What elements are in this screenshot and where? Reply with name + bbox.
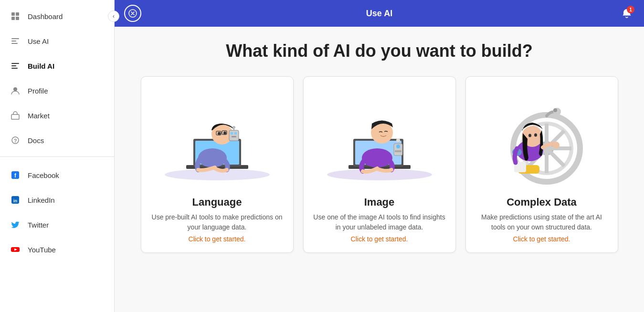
complex-data-card-cta[interactable]: Click to get started. <box>513 235 570 243</box>
image-card-cta[interactable]: Click to get started. <box>351 235 408 243</box>
svg-rect-7 <box>11 63 19 64</box>
twitter-icon <box>10 219 21 230</box>
sidebar-item-market[interactable]: Market <box>0 103 114 128</box>
docs-icon: ? <box>10 135 21 146</box>
svg-rect-11 <box>11 114 19 119</box>
svg-rect-46 <box>395 150 401 152</box>
language-card-cta[interactable]: Click to get started. <box>189 235 246 243</box>
sidebar-label-dashboard: Dashboard <box>28 12 63 21</box>
svg-rect-4 <box>11 38 19 39</box>
sidebar-item-profile[interactable]: Profile <box>0 78 114 103</box>
svg-text:?: ? <box>14 138 17 144</box>
header-left <box>124 5 141 22</box>
sidebar-item-facebook[interactable]: f Facebook <box>0 163 114 187</box>
sidebar: Dashboard Use AI Build AI <box>0 0 115 312</box>
sidebar-item-dashboard[interactable]: Dashboard <box>0 4 114 29</box>
sidebar-label-market: Market <box>28 112 50 120</box>
language-illustration <box>151 86 284 191</box>
facebook-icon: f <box>10 169 21 181</box>
sidebar-item-linkedin[interactable]: in LinkedIn <box>0 187 114 212</box>
svg-rect-3 <box>16 17 19 20</box>
svg-point-57 <box>553 108 557 112</box>
svg-point-48 <box>396 138 400 142</box>
header-title: Use AI <box>366 9 392 19</box>
language-card[interactable]: Language Use pre-built AI tools to make … <box>141 76 294 253</box>
profile-icon <box>10 85 21 96</box>
sidebar-nav: Dashboard Use AI Build AI <box>0 0 114 312</box>
svg-rect-35 <box>232 136 236 137</box>
close-button[interactable] <box>124 5 141 22</box>
svg-rect-9 <box>11 68 18 69</box>
sidebar-label-docs: Docs <box>28 136 44 145</box>
complex-data-card-desc: Make predictions using state of the art … <box>475 212 608 232</box>
svg-rect-1 <box>16 12 19 16</box>
complex-data-card[interactable]: Complex Data Make predictions using stat… <box>465 76 618 253</box>
market-icon <box>10 110 21 121</box>
language-card-desc: Use pre-built AI tools to make predictio… <box>151 212 284 232</box>
svg-rect-5 <box>11 41 16 42</box>
image-illustration <box>313 86 446 191</box>
image-card-desc: Use one of the image AI tools to find in… <box>313 212 446 232</box>
header: Use AI 1 <box>115 0 644 27</box>
chevron-left-icon: ‹ <box>113 13 115 20</box>
svg-text:in: in <box>13 198 17 203</box>
sidebar-item-build-ai[interactable]: Build AI <box>0 53 114 78</box>
sidebar-item-docs[interactable]: ? Docs <box>0 128 114 153</box>
sidebar-label-linkedin: LinkedIn <box>28 196 55 204</box>
content-area: What kind of AI do you want to build? <box>115 27 644 312</box>
social-section: f Facebook in LinkedIn <box>0 161 114 264</box>
sidebar-collapse-button[interactable]: ‹ <box>108 10 119 22</box>
dashboard-icon <box>10 10 21 22</box>
sidebar-label-facebook: Facebook <box>28 171 59 179</box>
sidebar-label-use-ai: Use AI <box>28 37 49 45</box>
svg-point-42 <box>362 148 392 167</box>
svg-rect-0 <box>11 12 15 16</box>
complex-data-illustration <box>475 86 608 191</box>
header-right: 1 <box>619 6 634 21</box>
sidebar-label-build-ai: Build AI <box>28 62 54 70</box>
notification-button[interactable]: 1 <box>619 6 634 21</box>
x-circle-icon <box>128 9 137 18</box>
image-card-title: Image <box>364 196 395 208</box>
svg-rect-32 <box>229 130 239 141</box>
sidebar-item-twitter[interactable]: Twitter <box>0 212 114 237</box>
sidebar-divider <box>0 156 114 157</box>
svg-point-10 <box>13 87 17 91</box>
svg-rect-2 <box>11 17 15 20</box>
page-heading: What kind of AI do you want to build? <box>134 41 625 61</box>
svg-point-64 <box>534 134 537 137</box>
sidebar-label-youtube: YouTube <box>28 246 56 254</box>
image-card[interactable]: Image Use one of the image AI tools to f… <box>303 76 456 253</box>
sidebar-item-use-ai[interactable]: Use AI <box>0 29 114 53</box>
svg-rect-33 <box>231 132 233 135</box>
cards-row: Language Use pre-built AI tools to make … <box>134 76 625 253</box>
svg-point-45 <box>396 145 400 148</box>
sidebar-item-youtube[interactable]: YouTube <box>0 237 114 262</box>
svg-point-63 <box>528 134 531 137</box>
complex-data-card-title: Complex Data <box>507 196 577 208</box>
main-area: Use AI 1 What kind of AI do you want to … <box>115 0 644 312</box>
svg-rect-8 <box>11 65 16 66</box>
sidebar-label-twitter: Twitter <box>28 221 49 229</box>
youtube-icon <box>10 244 21 255</box>
svg-rect-34 <box>234 132 237 135</box>
language-card-title: Language <box>192 196 242 208</box>
svg-point-37 <box>232 126 235 129</box>
use-ai-icon <box>10 35 21 47</box>
build-ai-icon <box>10 60 21 72</box>
notification-badge: 1 <box>627 6 634 13</box>
svg-rect-6 <box>11 43 18 44</box>
sidebar-label-profile: Profile <box>28 87 48 95</box>
linkedin-icon: in <box>10 194 21 206</box>
svg-point-65 <box>553 142 560 148</box>
